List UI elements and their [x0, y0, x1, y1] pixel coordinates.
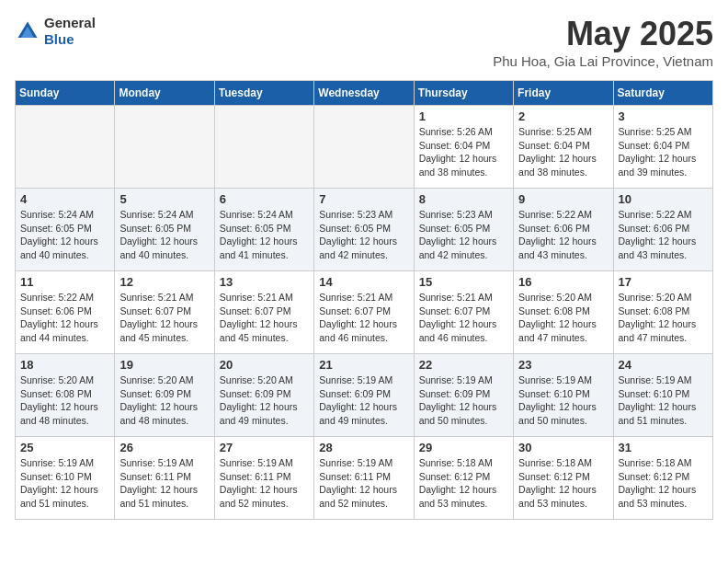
logo-text-blue: Blue — [44, 31, 74, 47]
calendar-day-cell: 5Sunrise: 5:24 AMSunset: 6:05 PMDaylight… — [115, 189, 214, 271]
day-info: Sunrise: 5:25 AMSunset: 6:04 PMDaylight:… — [619, 125, 708, 179]
calendar-day-cell: 29Sunrise: 5:18 AMSunset: 6:12 PMDayligh… — [414, 437, 513, 520]
day-info: Sunrise: 5:22 AMSunset: 6:06 PMDaylight:… — [20, 291, 109, 345]
subtitle: Phu Hoa, Gia Lai Province, Vietnam — [493, 53, 713, 69]
calendar-day-cell — [314, 106, 414, 189]
day-info: Sunrise: 5:22 AMSunset: 6:06 PMDaylight:… — [619, 208, 708, 262]
calendar-day-cell: 14Sunrise: 5:21 AMSunset: 6:07 PMDayligh… — [314, 271, 414, 354]
day-number: 3 — [619, 109, 708, 123]
day-info: Sunrise: 5:21 AMSunset: 6:07 PMDaylight:… — [319, 291, 408, 345]
calendar-day-cell: 18Sunrise: 5:20 AMSunset: 6:08 PMDayligh… — [16, 354, 115, 437]
main-title: May 2025 — [493, 15, 713, 53]
calendar-day-cell: 21Sunrise: 5:19 AMSunset: 6:09 PMDayligh… — [314, 354, 414, 437]
day-info: Sunrise: 5:23 AMSunset: 6:05 PMDaylight:… — [419, 208, 508, 262]
day-number: 23 — [518, 358, 608, 372]
calendar-day-cell: 10Sunrise: 5:22 AMSunset: 6:06 PMDayligh… — [613, 189, 712, 271]
day-info: Sunrise: 5:24 AMSunset: 6:05 PMDaylight:… — [20, 208, 109, 262]
day-number: 29 — [419, 441, 508, 454]
day-info: Sunrise: 5:25 AMSunset: 6:04 PMDaylight:… — [518, 125, 608, 179]
day-info: Sunrise: 5:22 AMSunset: 6:06 PMDaylight:… — [518, 208, 608, 262]
calendar-day-cell: 26Sunrise: 5:19 AMSunset: 6:11 PMDayligh… — [115, 437, 214, 520]
calendar-week-row: 18Sunrise: 5:20 AMSunset: 6:08 PMDayligh… — [16, 354, 713, 437]
logo: General Blue — [15, 15, 96, 48]
day-info: Sunrise: 5:24 AMSunset: 6:05 PMDaylight:… — [220, 208, 309, 262]
day-number: 31 — [619, 441, 708, 454]
day-info: Sunrise: 5:20 AMSunset: 6:09 PMDaylight:… — [220, 373, 309, 428]
day-number: 21 — [319, 358, 408, 372]
calendar-day-cell: 6Sunrise: 5:24 AMSunset: 6:05 PMDaylight… — [214, 189, 313, 271]
calendar-day-cell: 30Sunrise: 5:18 AMSunset: 6:12 PMDayligh… — [514, 437, 613, 520]
calendar-day-cell — [16, 106, 115, 189]
day-info: Sunrise: 5:19 AMSunset: 6:10 PMDaylight:… — [20, 456, 109, 511]
day-info: Sunrise: 5:21 AMSunset: 6:07 PMDaylight:… — [419, 291, 508, 345]
day-number: 13 — [220, 275, 309, 289]
calendar-day-cell: 23Sunrise: 5:19 AMSunset: 6:10 PMDayligh… — [514, 354, 613, 437]
calendar-day-cell: 3Sunrise: 5:25 AMSunset: 6:04 PMDaylight… — [613, 106, 712, 189]
calendar-day-cell: 7Sunrise: 5:23 AMSunset: 6:05 PMDaylight… — [314, 189, 414, 271]
day-number: 2 — [518, 109, 608, 123]
day-info: Sunrise: 5:21 AMSunset: 6:07 PMDaylight:… — [220, 291, 309, 345]
day-info: Sunrise: 5:20 AMSunset: 6:09 PMDaylight:… — [119, 373, 209, 428]
day-number: 15 — [419, 275, 508, 289]
day-info: Sunrise: 5:19 AMSunset: 6:10 PMDaylight:… — [619, 373, 708, 428]
day-number: 16 — [518, 275, 608, 289]
day-number: 1 — [419, 109, 508, 123]
day-info: Sunrise: 5:24 AMSunset: 6:05 PMDaylight:… — [119, 208, 209, 262]
calendar-day-cell: 1Sunrise: 5:26 AMSunset: 6:04 PMDaylight… — [414, 106, 513, 189]
day-number: 6 — [220, 192, 309, 206]
calendar-day-cell: 8Sunrise: 5:23 AMSunset: 6:05 PMDaylight… — [414, 189, 513, 271]
calendar-day-cell — [214, 106, 313, 189]
calendar-day-cell: 2Sunrise: 5:25 AMSunset: 6:04 PMDaylight… — [514, 106, 613, 189]
day-info: Sunrise: 5:21 AMSunset: 6:07 PMDaylight:… — [119, 291, 209, 345]
day-info: Sunrise: 5:19 AMSunset: 6:10 PMDaylight:… — [518, 373, 608, 428]
day-number: 7 — [319, 192, 408, 206]
day-info: Sunrise: 5:18 AMSunset: 6:12 PMDaylight:… — [619, 456, 708, 511]
calendar-day-cell: 27Sunrise: 5:19 AMSunset: 6:11 PMDayligh… — [214, 437, 313, 520]
weekday-header-row: SundayMondayTuesdayWednesdayThursdayFrid… — [16, 81, 713, 106]
day-info: Sunrise: 5:19 AMSunset: 6:11 PMDaylight:… — [319, 456, 408, 511]
calendar-day-cell: 15Sunrise: 5:21 AMSunset: 6:07 PMDayligh… — [414, 271, 513, 354]
calendar-table: SundayMondayTuesdayWednesdayThursdayFrid… — [15, 80, 713, 520]
calendar-day-cell: 16Sunrise: 5:20 AMSunset: 6:08 PMDayligh… — [514, 271, 613, 354]
day-number: 26 — [119, 441, 209, 454]
day-number: 17 — [619, 275, 708, 289]
day-info: Sunrise: 5:19 AMSunset: 6:11 PMDaylight:… — [220, 456, 309, 511]
calendar-day-cell: 20Sunrise: 5:20 AMSunset: 6:09 PMDayligh… — [214, 354, 313, 437]
day-info: Sunrise: 5:19 AMSunset: 6:09 PMDaylight:… — [419, 373, 508, 428]
day-number: 5 — [119, 192, 209, 206]
day-number: 4 — [20, 192, 109, 206]
day-number: 19 — [119, 358, 209, 372]
calendar-day-cell: 28Sunrise: 5:19 AMSunset: 6:11 PMDayligh… — [314, 437, 414, 520]
day-number: 27 — [220, 441, 309, 454]
day-info: Sunrise: 5:18 AMSunset: 6:12 PMDaylight:… — [419, 456, 508, 511]
day-info: Sunrise: 5:18 AMSunset: 6:12 PMDaylight:… — [518, 456, 608, 511]
day-info: Sunrise: 5:26 AMSunset: 6:04 PMDaylight:… — [419, 125, 508, 179]
day-info: Sunrise: 5:23 AMSunset: 6:05 PMDaylight:… — [319, 208, 408, 262]
day-info: Sunrise: 5:20 AMSunset: 6:08 PMDaylight:… — [518, 291, 608, 345]
day-number: 8 — [419, 192, 508, 206]
weekday-header-sunday: Sunday — [16, 81, 115, 106]
day-number: 18 — [20, 358, 109, 372]
calendar-day-cell: 11Sunrise: 5:22 AMSunset: 6:06 PMDayligh… — [16, 271, 115, 354]
calendar-week-row: 1Sunrise: 5:26 AMSunset: 6:04 PMDaylight… — [16, 106, 713, 189]
weekday-header-monday: Monday — [115, 81, 214, 106]
day-info: Sunrise: 5:20 AMSunset: 6:08 PMDaylight:… — [20, 373, 109, 428]
calendar-week-row: 4Sunrise: 5:24 AMSunset: 6:05 PMDaylight… — [16, 189, 713, 271]
calendar-day-cell: 24Sunrise: 5:19 AMSunset: 6:10 PMDayligh… — [613, 354, 712, 437]
calendar-day-cell: 12Sunrise: 5:21 AMSunset: 6:07 PMDayligh… — [115, 271, 214, 354]
weekday-header-saturday: Saturday — [613, 81, 712, 106]
weekday-header-thursday: Thursday — [414, 81, 513, 106]
day-info: Sunrise: 5:19 AMSunset: 6:09 PMDaylight:… — [319, 373, 408, 428]
weekday-header-wednesday: Wednesday — [314, 81, 414, 106]
logo-text-general: General — [44, 15, 96, 30]
day-number: 28 — [319, 441, 408, 454]
logo-icon — [15, 18, 40, 44]
calendar-day-cell: 17Sunrise: 5:20 AMSunset: 6:08 PMDayligh… — [613, 271, 712, 354]
calendar-day-cell: 31Sunrise: 5:18 AMSunset: 6:12 PMDayligh… — [613, 437, 712, 520]
day-info: Sunrise: 5:19 AMSunset: 6:11 PMDaylight:… — [119, 456, 209, 511]
calendar-day-cell: 4Sunrise: 5:24 AMSunset: 6:05 PMDaylight… — [16, 189, 115, 271]
calendar-week-row: 25Sunrise: 5:19 AMSunset: 6:10 PMDayligh… — [16, 437, 713, 520]
day-number: 14 — [319, 275, 408, 289]
calendar-day-cell — [115, 106, 214, 189]
page-header: General Blue May 2025 Phu Hoa, Gia Lai P… — [15, 15, 713, 69]
